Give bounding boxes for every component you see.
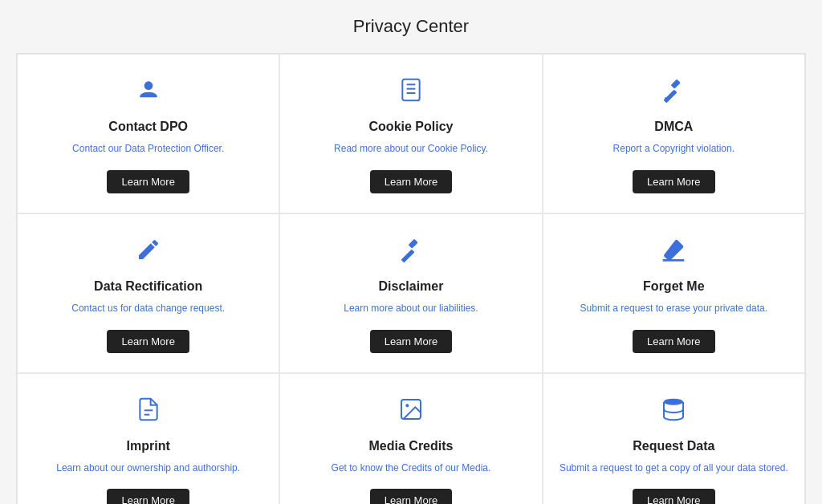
cards-grid: Contact DPOContact our Data Protection O… xyxy=(16,53,806,504)
svg-point-14 xyxy=(405,404,409,407)
svg-rect-1 xyxy=(402,79,419,101)
page-wrapper: Privacy Center Contact DPOContact our Da… xyxy=(0,0,822,504)
card-contact-dpo: Contact DPOContact our Data Protection O… xyxy=(17,54,279,213)
media-credits-learn-more-button[interactable]: Learn More xyxy=(370,489,452,504)
contact-dpo-desc: Contact our Data Protection Officer. xyxy=(72,142,224,156)
imprint-title: Imprint xyxy=(127,439,170,453)
svg-rect-5 xyxy=(664,90,678,103)
svg-point-0 xyxy=(144,81,153,90)
page-title: Privacy Center xyxy=(16,16,806,37)
cookie-policy-icon xyxy=(398,77,424,107)
request-data-icon xyxy=(661,396,686,426)
dmca-icon xyxy=(661,77,686,107)
media-credits-icon xyxy=(398,396,424,426)
request-data-title: Request Data xyxy=(633,439,714,453)
disclaimer-learn-more-button[interactable]: Learn More xyxy=(370,330,452,353)
disclaimer-desc: Learn more about our liabilities. xyxy=(344,302,478,315)
request-data-learn-more-button[interactable]: Learn More xyxy=(633,489,714,504)
card-request-data: Request DataSubmit a request to get a co… xyxy=(543,373,805,504)
forget-me-desc: Submit a request to erase your private d… xyxy=(580,302,767,315)
contact-dpo-title: Contact DPO xyxy=(108,120,188,134)
data-rectification-desc: Contact us for data change request. xyxy=(71,302,225,315)
cookie-policy-title: Cookie Policy xyxy=(369,120,454,134)
svg-rect-6 xyxy=(671,79,681,89)
dmca-learn-more-button[interactable]: Learn More xyxy=(633,170,714,193)
svg-rect-9 xyxy=(409,238,418,248)
request-data-desc: Submit a request to get a copy of all yo… xyxy=(560,461,788,475)
data-rectification-icon xyxy=(136,237,161,266)
card-forget-me: Forget MeSubmit a request to erase your … xyxy=(543,213,805,373)
card-cookie-policy: Cookie PolicyRead more about our Cookie … xyxy=(279,54,542,213)
data-rectification-title: Data Rectification xyxy=(94,279,202,294)
card-data-rectification: Data RectificationContact us for data ch… xyxy=(17,213,279,373)
media-credits-desc: Get to know the Credits of our Media. xyxy=(332,461,491,475)
dmca-title: DMCA xyxy=(654,120,693,134)
cookie-policy-desc: Read more about our Cookie Policy. xyxy=(334,142,488,156)
card-imprint: ImprintLearn about our ownership and aut… xyxy=(17,373,279,504)
svg-rect-8 xyxy=(401,249,414,262)
forget-me-learn-more-button[interactable]: Learn More xyxy=(633,330,714,353)
imprint-learn-more-button[interactable]: Learn More xyxy=(107,489,189,504)
data-rectification-learn-more-button[interactable]: Learn More xyxy=(107,330,189,353)
svg-point-15 xyxy=(664,398,683,404)
disclaimer-title: Disclaimer xyxy=(379,279,444,294)
dmca-desc: Report a Copyright violation. xyxy=(613,142,735,156)
forget-me-icon xyxy=(661,237,686,266)
contact-dpo-icon xyxy=(136,77,161,107)
card-media-credits: Media CreditsGet to know the Credits of … xyxy=(279,373,542,504)
imprint-icon xyxy=(136,396,161,426)
card-dmca: DMCAReport a Copyright violation.Learn M… xyxy=(543,54,805,213)
media-credits-title: Media Credits xyxy=(369,439,454,453)
contact-dpo-learn-more-button[interactable]: Learn More xyxy=(107,170,189,193)
imprint-desc: Learn about our ownership and authorship… xyxy=(56,461,240,475)
forget-me-title: Forget Me xyxy=(643,279,704,294)
card-disclaimer: DisclaimerLearn more about our liabiliti… xyxy=(279,213,542,373)
disclaimer-icon xyxy=(398,237,424,266)
cookie-policy-learn-more-button[interactable]: Learn More xyxy=(370,170,452,193)
